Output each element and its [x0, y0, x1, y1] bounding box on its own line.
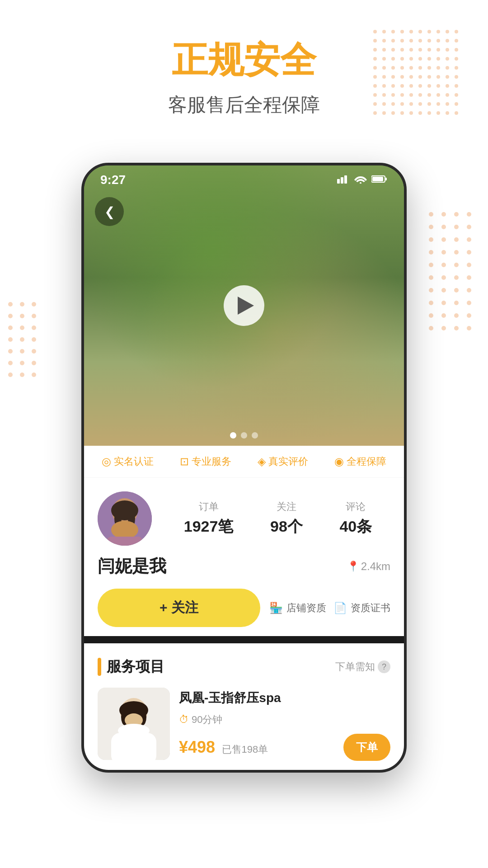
phone-wrapper: 9:27 — [0, 163, 488, 773]
svg-point-153 — [20, 349, 24, 354]
svg-point-63 — [400, 84, 404, 88]
svg-point-110 — [454, 237, 459, 242]
svg-point-61 — [382, 84, 386, 88]
svg-point-45 — [418, 66, 422, 70]
svg-point-117 — [441, 263, 446, 267]
badge-review: ◈ 真实评价 — [258, 455, 308, 468]
badge-guarantee-label: 全程保障 — [347, 455, 386, 468]
svg-point-74 — [409, 93, 413, 97]
svg-point-143 — [8, 314, 13, 318]
services-section: 服务项目 下单需知 ? — [84, 643, 404, 770]
svg-point-142 — [32, 302, 36, 307]
svg-point-3 — [400, 30, 404, 33]
badge-professional: ⊡ 专业服务 — [180, 455, 231, 468]
svg-rect-162 — [341, 177, 343, 184]
svg-point-75 — [418, 93, 422, 97]
status-icons — [337, 174, 388, 186]
guarantee-icon: ◉ — [334, 455, 344, 468]
signal-icon — [337, 174, 350, 186]
svg-point-13 — [400, 39, 404, 42]
stat-orders: 订单 1927笔 — [184, 500, 234, 537]
svg-point-2 — [391, 30, 395, 33]
page-container: // Will be generated by JS 正规安全 客服售后全程保障 — [0, 0, 488, 868]
svg-point-47 — [436, 66, 440, 70]
svg-point-16 — [427, 39, 431, 42]
svg-point-29 — [455, 48, 458, 52]
svg-point-37 — [436, 57, 440, 61]
video-area: ❮ — [84, 165, 404, 446]
store-quality-btn[interactable]: 🏪 店铺资质 — [269, 601, 326, 615]
dot-pattern-bottom-left — [14, 81, 68, 172]
svg-point-156 — [20, 361, 24, 365]
stat-orders-value: 1927笔 — [184, 516, 234, 537]
order-button[interactable]: 下单 — [343, 734, 390, 761]
action-row: + 关注 🏪 店铺资质 📄 资质证书 — [98, 589, 390, 627]
svg-point-123 — [467, 275, 471, 280]
svg-point-105 — [441, 225, 446, 229]
stats-row: 订单 1927笔 关注 98个 评论 40条 — [165, 500, 390, 537]
svg-point-44 — [409, 66, 413, 70]
svg-point-137 — [441, 326, 446, 330]
svg-point-31 — [382, 57, 386, 61]
svg-point-6 — [427, 30, 431, 33]
svg-point-12 — [391, 39, 395, 42]
svg-point-64 — [409, 84, 413, 88]
service-image — [98, 688, 170, 760]
service-price: ¥498 — [179, 738, 215, 756]
svg-point-56 — [427, 75, 431, 79]
svg-rect-166 — [385, 178, 387, 180]
svg-point-58 — [446, 75, 449, 79]
svg-point-128 — [429, 301, 433, 305]
svg-point-0 — [373, 30, 377, 33]
svg-point-145 — [32, 314, 36, 318]
review-icon: ◈ — [258, 455, 266, 468]
back-button[interactable]: ❮ — [95, 197, 124, 226]
svg-point-83 — [400, 102, 404, 106]
svg-point-130 — [454, 301, 459, 305]
svg-point-103 — [467, 212, 471, 217]
svg-point-65 — [418, 84, 422, 88]
svg-point-131 — [467, 301, 471, 305]
svg-point-28 — [446, 48, 449, 52]
store-quality-icon: 🏪 — [269, 602, 283, 614]
svg-point-46 — [427, 66, 431, 70]
badge-review-label: 真实评价 — [268, 455, 308, 468]
slide-dot-2[interactable] — [241, 432, 247, 439]
svg-point-111 — [467, 237, 471, 242]
svg-point-41 — [382, 66, 386, 70]
svg-point-50 — [373, 75, 377, 79]
badge-real-name-label: 实名认证 — [114, 455, 154, 468]
svg-rect-161 — [337, 179, 340, 184]
svg-point-114 — [454, 250, 459, 255]
svg-point-148 — [32, 326, 36, 330]
svg-point-109 — [441, 237, 446, 242]
svg-point-150 — [20, 337, 24, 342]
svg-point-107 — [467, 225, 471, 229]
svg-point-88 — [446, 102, 449, 106]
play-button[interactable] — [224, 285, 264, 326]
svg-point-40 — [373, 66, 377, 70]
svg-point-149 — [8, 337, 13, 342]
svg-point-55 — [418, 75, 422, 79]
svg-point-152 — [8, 349, 13, 354]
cert-btn[interactable]: 📄 资质证书 — [333, 601, 390, 615]
service-info: 凤凰-玉指舒压spa ⏱ 90分钟 ¥498 已售198单 下单 — [179, 688, 390, 761]
wifi-icon — [354, 174, 367, 186]
svg-point-104 — [429, 225, 433, 229]
follow-button[interactable]: + 关注 — [98, 589, 260, 627]
svg-point-100 — [429, 212, 433, 217]
svg-point-73 — [400, 93, 404, 97]
svg-point-133 — [441, 313, 446, 318]
stat-reviews: 评论 40条 — [339, 500, 372, 537]
profile-section: 订单 1927笔 关注 98个 评论 40条 — [84, 478, 404, 636]
svg-point-93 — [400, 111, 404, 115]
svg-point-89 — [455, 102, 458, 106]
order-notice[interactable]: 下单需知 ? — [335, 660, 390, 674]
section-header: 服务项目 下单需知 ? — [98, 657, 390, 677]
slide-dot-3[interactable] — [252, 432, 258, 439]
svg-point-119 — [467, 263, 471, 267]
svg-point-54 — [409, 75, 413, 79]
svg-point-15 — [418, 39, 422, 42]
svg-point-70 — [373, 93, 377, 97]
slide-dot-1[interactable] — [230, 432, 236, 439]
